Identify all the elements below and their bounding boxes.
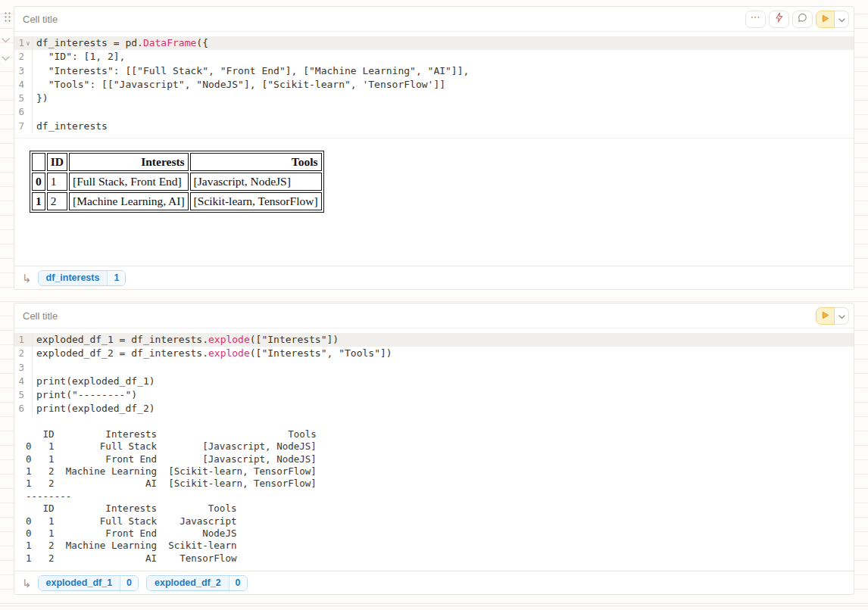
- fold-slot: [24, 105, 32, 119]
- code-line[interactable]: 1∨df_interests = pd.DataFrame({: [14, 36, 854, 50]
- variable-count: 0: [120, 576, 138, 590]
- cell-2-header: Cell title: [14, 303, 854, 328]
- fold-slot: [24, 361, 32, 375]
- table-row: 01[Full Stack, Front End][Javascript, No…: [32, 173, 322, 191]
- line-number: 1: [14, 36, 24, 50]
- table-cell: 1: [47, 173, 67, 191]
- line-number: 2: [14, 347, 24, 360]
- code-text[interactable]: "Interests": [["Full Stack", "Front End"…: [32, 64, 854, 78]
- column-header: [32, 153, 45, 171]
- column-header: Tools: [190, 153, 322, 171]
- line-number: 6: [14, 105, 24, 119]
- code-line[interactable]: 5}): [14, 92, 854, 105]
- cell-1-code-editor[interactable]: 1∨df_interests = pd.DataFrame({2 "ID": […: [14, 32, 854, 138]
- fold-slot: [24, 64, 32, 78]
- line-number: 3: [14, 64, 24, 78]
- run-options-button[interactable]: [835, 11, 849, 28]
- code-line[interactable]: 7df_interests: [14, 120, 854, 133]
- variable-badge[interactable]: df_interests1: [38, 270, 126, 286]
- cell-2-variables-row: ↳ exploded_df_10exploded_df_20: [14, 571, 854, 594]
- fold-slot: [24, 92, 32, 105]
- code-line[interactable]: 6print(exploded_df_2): [14, 402, 854, 415]
- row-index: 1: [32, 192, 45, 210]
- code-line[interactable]: 2exploded_df_2 = df_interests.explode(["…: [14, 347, 854, 360]
- code-text[interactable]: df_interests = pd.DataFrame({: [32, 36, 854, 50]
- cell-drag-handle-icon[interactable]: [4, 11, 11, 23]
- code-text[interactable]: [32, 105, 854, 119]
- variable-badge[interactable]: exploded_df_10: [38, 575, 139, 591]
- fold-slot: [24, 120, 32, 133]
- variable-badge[interactable]: exploded_df_20: [146, 575, 247, 591]
- table-cell: 2: [47, 192, 67, 210]
- code-line[interactable]: 4print(exploded_df_1): [14, 375, 854, 388]
- code-text[interactable]: print(exploded_df_1): [32, 375, 854, 388]
- run-cell-button[interactable]: [816, 11, 835, 28]
- collapse-input-chevron-icon[interactable]: [1, 37, 11, 44]
- variable-badges: df_interests1: [38, 270, 134, 286]
- code-text[interactable]: exploded_df_1 = df_interests.explode(["I…: [32, 333, 854, 347]
- line-number: 5: [14, 92, 24, 105]
- cell-2-output: ID Interests Tools 0 1 Full Stack [Javas…: [14, 421, 854, 571]
- code-line[interactable]: 5print("--------"): [14, 388, 854, 402]
- chevron-down-icon: [838, 12, 845, 26]
- table-cell: [Javascript, NodeJS]: [190, 173, 322, 191]
- code-cell-1: Cell title ⋯: [14, 6, 854, 290]
- comment-bubble-icon: [798, 12, 807, 26]
- fold-slot: [24, 388, 32, 402]
- ellipsis-icon: ⋯: [751, 12, 761, 26]
- variable-count: 0: [229, 576, 247, 590]
- run-cell-button[interactable]: [816, 307, 835, 325]
- line-number: 4: [14, 78, 24, 92]
- cell-2-code-editor[interactable]: 1exploded_df_1 = df_interests.explode(["…: [14, 328, 854, 421]
- code-cell-2: Cell title 1exploded_df_1 = df_i: [14, 303, 854, 595]
- variable-count: 1: [107, 271, 125, 285]
- play-icon: [822, 309, 829, 322]
- run-split-button: [816, 11, 849, 28]
- code-text[interactable]: [32, 361, 854, 375]
- next-cell-divider: [0, 605, 868, 606]
- more-options-button[interactable]: ⋯: [745, 11, 766, 28]
- fold-chevron-icon[interactable]: ∨: [24, 36, 32, 50]
- run-options-button[interactable]: [835, 307, 849, 325]
- cell-1-toolbar: ⋯: [742, 11, 849, 28]
- code-text[interactable]: df_interests: [32, 120, 854, 133]
- cell-2-toolbar: [813, 307, 849, 325]
- run-split-button: [816, 307, 849, 325]
- line-number: 5: [14, 388, 24, 402]
- code-text[interactable]: exploded_df_2 = df_interests.explode(["I…: [32, 347, 854, 360]
- code-line[interactable]: 1exploded_df_1 = df_interests.explode(["…: [14, 333, 854, 347]
- code-line[interactable]: 2 "ID": [1, 2],: [14, 50, 854, 64]
- code-text[interactable]: }): [32, 92, 854, 105]
- line-number: 4: [14, 375, 24, 388]
- table-cell: [Machine Learning, AI]: [69, 192, 189, 210]
- row-index: 0: [32, 173, 45, 191]
- stdout-text: ID Interests Tools 0 1 Full Stack [Javas…: [26, 428, 854, 565]
- variable-name: exploded_df_1: [39, 576, 120, 590]
- column-header: Interests: [69, 153, 189, 171]
- table-cell: [Scikit-learn, TensorFlow]: [190, 192, 322, 210]
- code-line[interactable]: 4 "Tools": [["Javascript", "NodeJS"], ["…: [14, 78, 854, 92]
- table-header-row: IDInterestsTools: [32, 153, 322, 171]
- return-arrow-icon: ↳: [22, 577, 32, 589]
- code-text[interactable]: "ID": [1, 2],: [32, 50, 854, 64]
- cell-title[interactable]: Cell title: [23, 310, 813, 322]
- cell-1-variables-row: ↳ df_interests1: [14, 266, 854, 289]
- line-number: 7: [14, 120, 24, 133]
- cell-title[interactable]: Cell title: [23, 14, 742, 25]
- code-text[interactable]: print("--------"): [32, 388, 854, 402]
- line-number: 1: [14, 333, 24, 347]
- variable-name: exploded_df_2: [147, 576, 229, 590]
- comment-button[interactable]: [792, 11, 813, 28]
- collapse-output-chevron-icon[interactable]: [1, 55, 11, 62]
- code-line[interactable]: 3 "Interests": [["Full Stack", "Front En…: [14, 64, 854, 78]
- notebook-canvas: Cell title ⋯: [0, 0, 868, 610]
- play-icon: [822, 12, 829, 26]
- table-row: 12[Machine Learning, AI][Scikit-learn, T…: [32, 192, 322, 210]
- code-line[interactable]: 6: [14, 105, 854, 119]
- fold-slot: [24, 78, 32, 92]
- code-text[interactable]: "Tools": [["Javascript", "NodeJS"], ["Sc…: [32, 78, 854, 92]
- ai-assist-button[interactable]: [769, 11, 789, 28]
- code-text[interactable]: print(exploded_df_2): [32, 402, 854, 415]
- dataframe-table: IDInterestsTools01[Full Stack, Front End…: [30, 151, 324, 213]
- code-line[interactable]: 3: [14, 361, 854, 375]
